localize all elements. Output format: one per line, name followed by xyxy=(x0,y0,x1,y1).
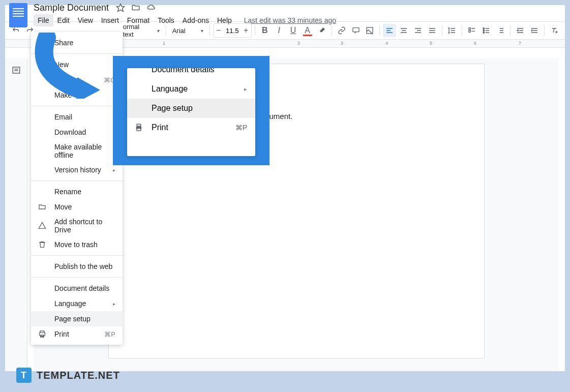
link-icon[interactable] xyxy=(335,24,348,37)
bold-icon[interactable]: B xyxy=(258,24,272,37)
print-icon xyxy=(38,330,48,338)
menu-page-setup[interactable]: Page setup xyxy=(31,311,123,326)
left-sidebar xyxy=(5,58,27,371)
highlight-callout: Document details Language▸ Page setup Pr… xyxy=(113,56,269,165)
footer-branding: T TEMPLATE.NET xyxy=(16,368,120,383)
menu-share[interactable]: Share xyxy=(31,35,123,50)
menu-move[interactable]: Move xyxy=(31,199,123,215)
comment-icon[interactable] xyxy=(349,24,363,37)
indent-decrease-icon[interactable] xyxy=(514,24,527,37)
line-spacing-icon[interactable] xyxy=(445,24,459,37)
ruler-tick: 3 xyxy=(341,41,343,46)
ruler-tick: 7 xyxy=(519,41,521,46)
font-size-decrease-icon[interactable]: − xyxy=(214,24,224,37)
align-justify-icon[interactable] xyxy=(426,24,439,37)
svg-point-5 xyxy=(483,28,485,29)
menu-add-shortcut[interactable]: Add shortcut to Drive xyxy=(31,215,123,237)
callout-language[interactable]: Language▸ xyxy=(127,79,255,99)
trash-icon xyxy=(38,240,48,249)
align-right-icon[interactable] xyxy=(411,24,425,37)
menu-publish[interactable]: Publish to the web xyxy=(31,259,123,274)
paragraph-style-label: ormal text xyxy=(123,23,152,38)
footer-text: TEMPLATE.NET xyxy=(37,370,120,381)
menu-download[interactable]: Download▸ xyxy=(31,125,123,140)
font-label: Arial xyxy=(172,27,186,35)
template-logo-icon: T xyxy=(16,368,32,383)
drive-shortcut-icon xyxy=(38,222,48,230)
font-size-value[interactable]: 11.5 xyxy=(224,27,241,35)
bullet-list-icon[interactable] xyxy=(479,24,493,37)
callout-page-setup[interactable]: Page setup xyxy=(127,99,255,118)
align-center-icon[interactable] xyxy=(397,24,410,37)
docs-logo-icon[interactable] xyxy=(9,3,27,27)
menu-trash[interactable]: Move to trash xyxy=(31,237,123,252)
ruler-tick: 6 xyxy=(474,41,476,46)
align-left-icon[interactable] xyxy=(383,24,396,37)
svg-rect-3 xyxy=(469,28,470,29)
paragraph-style-select[interactable]: ormal text▾ xyxy=(120,23,163,38)
menu-document-details[interactable]: Document details xyxy=(31,281,123,296)
star-icon[interactable] xyxy=(116,3,125,12)
titlebar: Sample Document File Edit View Insert Fo… xyxy=(5,5,565,21)
menu-view[interactable]: View xyxy=(74,14,97,26)
svg-rect-11 xyxy=(137,129,141,131)
checklist-icon[interactable] xyxy=(465,24,478,37)
last-edit-link[interactable]: Last edit was 33 minutes ago xyxy=(244,16,336,24)
cloud-status-icon[interactable] xyxy=(146,3,156,12)
highlight-icon[interactable] xyxy=(315,24,328,37)
svg-point-7 xyxy=(483,32,485,34)
menu-offline[interactable]: Make available offline xyxy=(31,140,123,162)
svg-marker-0 xyxy=(117,4,125,12)
font-size-increase-icon[interactable]: + xyxy=(241,24,251,37)
font-select[interactable]: Arial▾ xyxy=(169,27,206,35)
svg-point-6 xyxy=(483,30,485,32)
menu-language[interactable]: Language▸ xyxy=(31,296,123,311)
underline-icon[interactable]: U xyxy=(287,24,300,37)
font-size-control[interactable]: − 11.5 + xyxy=(213,23,252,38)
menu-insert[interactable]: Insert xyxy=(97,14,123,26)
file-menu-dropdown: Share New▸ en⌘O Make Email▸ Download▸ Ma… xyxy=(31,32,123,345)
ruler-tick: 5 xyxy=(430,41,432,46)
svg-rect-4 xyxy=(469,31,470,32)
menu-edit[interactable]: Edit xyxy=(53,14,74,26)
menu-make-copy[interactable]: Make xyxy=(31,87,123,103)
document-text: ument. xyxy=(269,112,293,120)
clear-formatting-icon[interactable] xyxy=(548,24,561,37)
move-folder-icon[interactable] xyxy=(131,3,140,12)
menu-email[interactable]: Email▸ xyxy=(31,109,123,125)
print-icon xyxy=(134,123,143,132)
numbered-list-icon[interactable] xyxy=(494,24,507,37)
menu-open[interactable]: en⌘O xyxy=(31,72,123,87)
menu-new[interactable]: New▸ xyxy=(31,57,123,72)
outline-icon[interactable] xyxy=(10,64,23,77)
folder-move-icon xyxy=(38,203,48,211)
italic-icon[interactable]: I xyxy=(273,24,286,37)
svg-rect-1 xyxy=(353,28,359,32)
svg-rect-10 xyxy=(137,124,141,126)
menu-rename[interactable]: Rename xyxy=(31,184,123,199)
document-title[interactable]: Sample Document xyxy=(34,3,109,13)
ruler-tick: 2 xyxy=(297,41,300,46)
menu-addons[interactable]: Add-ons xyxy=(178,14,213,26)
indent-increase-icon[interactable] xyxy=(528,24,541,37)
text-color-icon[interactable]: A xyxy=(301,24,314,37)
callout-print[interactable]: Print⌘P xyxy=(127,118,255,137)
image-icon[interactable] xyxy=(364,24,377,37)
menu-version-history[interactable]: Version history▸ xyxy=(31,162,123,177)
app-window: Sample Document File Edit View Insert Fo… xyxy=(5,5,565,371)
menu-print[interactable]: Print⌘P xyxy=(31,326,123,342)
ruler-tick: 4 xyxy=(385,41,388,46)
ruler-tick: 1 xyxy=(163,41,165,46)
callout-document-details[interactable]: Document details xyxy=(127,68,255,79)
